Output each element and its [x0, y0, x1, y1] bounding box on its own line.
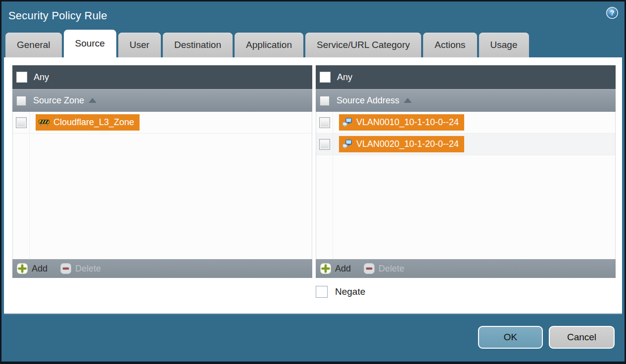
source-address-row-checkbox[interactable] [319, 117, 330, 128]
source-zone-list: Cloudflare_L3_Zone [12, 112, 312, 259]
address-network-icon [342, 139, 352, 149]
source-address-row[interactable]: VLAN0020_10-1-20-0--24 [316, 134, 615, 155]
source-address-any-row: Any [316, 65, 616, 89]
source-address-panel: Any Source Address [316, 65, 616, 278]
zone-icon [39, 118, 49, 127]
checkbox-column-divider [333, 112, 333, 259]
tab-application-label: Application [246, 40, 292, 50]
tab-usage-label: Usage [490, 40, 518, 50]
tab-user-label: User [130, 40, 149, 50]
checkbox-column-divider [29, 112, 30, 259]
add-plus-icon [17, 263, 28, 274]
source-address-column-header[interactable]: Source Address [316, 89, 616, 112]
source-zone-select-all-checkbox[interactable] [16, 96, 26, 106]
source-zone-panel: Any Source Zone [12, 65, 312, 278]
add-button-label: Add [32, 264, 48, 274]
row-checkbox-cell [316, 139, 333, 150]
tab-general[interactable]: General [5, 33, 62, 57]
tab-source-label: Source [75, 38, 105, 49]
source-zone-any-label: Any [34, 72, 49, 83]
svg-text:?: ? [610, 9, 615, 17]
negate-label: Negate [335, 286, 365, 297]
tab-actions[interactable]: Actions [423, 33, 477, 57]
zone-tag[interactable]: Cloudflare_L3_Zone [36, 114, 140, 131]
cancel-button[interactable]: Cancel [549, 326, 615, 349]
tab-destination[interactable]: Destination [163, 33, 233, 57]
tab-destination-label: Destination [174, 40, 221, 50]
source-zone-row[interactable]: Cloudflare_L3_Zone [13, 112, 312, 134]
dialog-title: Security Policy Rule [8, 9, 107, 22]
negate-row: Negate [316, 286, 365, 298]
sort-ascending-icon [404, 98, 412, 103]
address-tag-label: VLAN0020_10-1-20-0--24 [356, 139, 459, 149]
row-checkbox-cell [13, 117, 29, 128]
tab-service-url-category-label: Service/URL Category [317, 40, 410, 50]
security-policy-rule-dialog: Security Policy Rule ? General Source Us… [0, 0, 626, 364]
source-zone-row-checkbox[interactable] [16, 117, 27, 128]
zone-tag-label: Cloudflare_L3_Zone [53, 117, 134, 128]
source-address-any-label: Any [337, 72, 352, 83]
negate-checkbox[interactable] [316, 286, 328, 298]
dialog-titlebar: Security Policy Rule ? [1, 1, 625, 30]
source-address-add-button[interactable]: Add [320, 263, 351, 274]
delete-button-label: Delete [379, 264, 404, 274]
delete-minus-icon [60, 263, 71, 274]
source-zone-add-button[interactable]: Add [17, 263, 48, 274]
tab-strip: General Source User Destination Applicat… [1, 30, 625, 57]
help-icon[interactable]: ? [606, 6, 619, 19]
source-zone-column-header[interactable]: Source Zone [12, 89, 312, 112]
source-zone-delete-button[interactable]: Delete [60, 263, 101, 274]
sort-ascending-icon [89, 98, 96, 103]
add-button-label: Add [335, 264, 351, 274]
tab-actions-label: Actions [434, 40, 465, 50]
tab-source[interactable]: Source [64, 30, 116, 57]
source-zone-toolbar: Add Delete [12, 259, 312, 278]
tab-usage[interactable]: Usage [479, 33, 529, 57]
source-address-column-label: Source Address [337, 95, 399, 106]
delete-minus-icon [364, 263, 375, 274]
source-address-select-all-checkbox[interactable] [320, 96, 330, 106]
tab-service-url-category[interactable]: Service/URL Category [305, 33, 421, 57]
address-network-icon [342, 118, 352, 127]
source-address-delete-button[interactable]: Delete [364, 263, 404, 274]
delete-button-label: Delete [75, 264, 101, 274]
dialog-footer: OK Cancel [1, 314, 625, 362]
source-address-row-checkbox[interactable] [319, 139, 330, 150]
source-address-row[interactable]: VLAN0010_10-1-10-0--24 [316, 112, 615, 134]
add-plus-icon [320, 263, 331, 274]
source-tab-content: Any Source Zone [4, 57, 622, 314]
address-tag[interactable]: VLAN0020_10-1-20-0--24 [339, 136, 464, 152]
address-tag[interactable]: VLAN0010_10-1-10-0--24 [339, 114, 464, 131]
tab-user[interactable]: User [118, 33, 161, 57]
tab-application[interactable]: Application [235, 33, 303, 57]
address-tag-label: VLAN0010_10-1-10-0--24 [356, 117, 459, 128]
source-address-any-checkbox[interactable] [320, 72, 331, 83]
source-zone-any-checkbox[interactable] [16, 72, 27, 83]
row-checkbox-cell [316, 117, 333, 128]
source-zone-column-label: Source Zone [33, 95, 84, 106]
source-address-toolbar: Add Delete [316, 259, 616, 278]
tab-general-label: General [17, 40, 50, 50]
source-zone-any-row: Any [12, 65, 312, 89]
source-address-list: VLAN0010_10-1-10-0--24 [316, 112, 616, 259]
ok-button[interactable]: OK [478, 326, 543, 349]
